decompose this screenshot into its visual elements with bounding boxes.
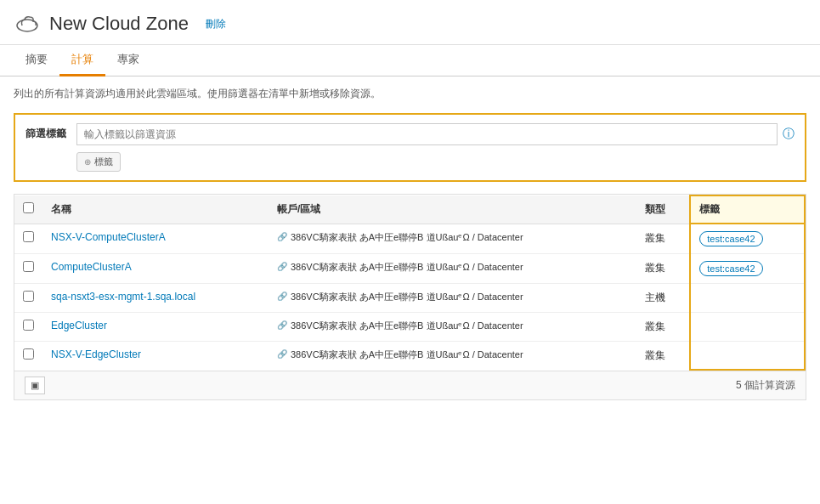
tags-col-header: 標籤 bbox=[690, 195, 805, 224]
footer-action-button[interactable]: ▣ bbox=[25, 377, 45, 394]
description-text: 列出的所有計算資源均適用於此雲端區域。使用篩選器在清單中新增或移除資源。 bbox=[14, 87, 806, 101]
row-tags bbox=[690, 342, 805, 371]
row-name: sqa-nsxt3-esx-mgmt-1.sqa.local bbox=[42, 284, 269, 313]
row-checkbox[interactable] bbox=[23, 261, 34, 272]
account-text: 386VC騎家表狀 あA中圧e聯停B 道UßauᵉΩ / Datacenter bbox=[291, 291, 523, 303]
filter-section: 篩選標籤 ⓘ ⊕ 標籤 bbox=[14, 113, 806, 182]
row-type: 叢集 bbox=[636, 254, 690, 284]
row-checkbox-cell bbox=[14, 313, 42, 342]
row-checkbox-cell bbox=[14, 224, 42, 254]
row-account: 🔗386VC騎家表狀 あA中圧e聯停B 道UßauᵉΩ / Datacenter bbox=[269, 313, 636, 342]
main-content: 列出的所有計算資源均適用於此雲端區域。使用篩選器在清單中新增或移除資源。 篩選標… bbox=[0, 76, 820, 411]
filter-label: 篩選標籤 bbox=[25, 127, 66, 141]
tag-chip[interactable]: test:case42 bbox=[699, 231, 762, 246]
row-type: 叢集 bbox=[636, 224, 690, 254]
row-name: NSX-V-EdgeCluster bbox=[42, 342, 269, 371]
account-link-icon: 🔗 bbox=[277, 292, 287, 301]
row-tags bbox=[690, 284, 805, 313]
row-account: 🔗386VC騎家表狀 あA中圧e聯停B 道UßauᵉΩ / Datacenter bbox=[269, 254, 636, 284]
account-text: 386VC騎家表狀 あA中圧e聯停B 道UßauᵉΩ / Datacenter bbox=[291, 320, 523, 332]
row-checkbox-cell bbox=[14, 342, 42, 371]
row-tags: test:case42 bbox=[690, 254, 805, 284]
table-row: sqa-nsxt3-esx-mgmt-1.sqa.local🔗386VC騎家表狀… bbox=[14, 284, 805, 313]
tag-button[interactable]: ⊕ 標籤 bbox=[76, 152, 121, 172]
tag-chip[interactable]: test:case42 bbox=[699, 261, 762, 276]
row-checkbox[interactable] bbox=[23, 231, 34, 242]
resources-table-container: 名稱 帳戶/區域 類型 標籤 NSX-V-ComputeClusterA🔗386… bbox=[14, 194, 806, 400]
account-link-icon: 🔗 bbox=[277, 349, 287, 359]
select-all-checkbox[interactable] bbox=[23, 202, 34, 213]
table-scroll-area[interactable]: 名稱 帳戶/區域 類型 標籤 NSX-V-ComputeClusterA🔗386… bbox=[14, 195, 806, 371]
row-account: 🔗386VC騎家表狀 あA中圧e聯停B 道UßauᵉΩ / Datacenter bbox=[269, 342, 636, 371]
account-link-icon: 🔗 bbox=[277, 262, 287, 271]
table-footer: ▣ 5 個計算資源 bbox=[14, 371, 806, 399]
account-col-header: 帳戶/區域 bbox=[269, 195, 636, 224]
table-header-row: 名稱 帳戶/區域 類型 標籤 bbox=[14, 195, 805, 224]
delete-button[interactable]: 刪除 bbox=[202, 15, 229, 33]
row-checkbox[interactable] bbox=[23, 348, 34, 360]
filter-input-row: ⓘ bbox=[76, 123, 795, 145]
row-account: 🔗386VC騎家表狀 あA中圧e聯停B 道UßauᵉΩ / Datacenter bbox=[269, 224, 636, 254]
info-icon[interactable]: ⓘ bbox=[783, 127, 795, 142]
table-row: ComputeClusterA🔗386VC騎家表狀 あA中圧e聯停B 道Ußau… bbox=[14, 254, 805, 284]
account-text: 386VC騎家表狀 あA中圧e聯停B 道UßauᵉΩ / Datacenter bbox=[291, 261, 523, 274]
tab-specialist[interactable]: 專家 bbox=[105, 45, 151, 76]
select-all-col bbox=[14, 195, 42, 224]
tab-summary[interactable]: 摘要 bbox=[14, 45, 59, 76]
resources-table: 名稱 帳戶/區域 類型 標籤 NSX-V-ComputeClusterA🔗386… bbox=[14, 195, 806, 371]
row-name: NSX-V-ComputeClusterA bbox=[42, 224, 269, 254]
tag-button-label: 標籤 bbox=[94, 156, 113, 168]
account-link-icon: 🔗 bbox=[277, 320, 287, 330]
row-type: 叢集 bbox=[636, 313, 690, 342]
row-account: 🔗386VC騎家表狀 あA中圧e聯停B 道UßauᵉΩ / Datacenter bbox=[269, 284, 636, 313]
row-tags bbox=[690, 313, 805, 342]
page-header: New Cloud Zone 刪除 bbox=[0, 0, 820, 45]
row-checkbox[interactable] bbox=[23, 291, 34, 302]
tab-bar: 摘要 計算 專家 bbox=[0, 45, 820, 76]
filter-controls: ⓘ ⊕ 標籤 bbox=[76, 123, 795, 172]
row-tags: test:case42 bbox=[690, 224, 805, 254]
type-col-header: 類型 bbox=[636, 195, 690, 224]
footer-actions: ▣ bbox=[25, 377, 45, 394]
account-text: 386VC騎家表狀 あA中圧e聯停B 道UßauᵉΩ / Datacenter bbox=[291, 348, 523, 361]
account-text: 386VC騎家表狀 あA中圧e聯停B 道UßauᵉΩ / Datacenter bbox=[291, 231, 523, 244]
page-title: New Cloud Zone bbox=[49, 13, 189, 35]
table-row: NSX-V-ComputeClusterA🔗386VC騎家表狀 あA中圧e聯停B… bbox=[14, 224, 805, 254]
account-link-icon: 🔗 bbox=[277, 232, 287, 241]
filter-tag-button-row: ⊕ 標籤 bbox=[76, 152, 795, 172]
resource-count: 5 個計算資源 bbox=[736, 378, 795, 393]
table-row: NSX-V-EdgeCluster🔗386VC騎家表狀 あA中圧e聯停B 道Uß… bbox=[14, 342, 805, 371]
tab-compute[interactable]: 計算 bbox=[59, 45, 105, 76]
filter-input[interactable] bbox=[76, 123, 778, 145]
row-checkbox[interactable] bbox=[23, 320, 34, 331]
row-name: ComputeClusterA bbox=[42, 254, 269, 284]
row-type: 叢集 bbox=[636, 342, 690, 371]
row-checkbox-cell bbox=[14, 254, 42, 284]
cloud-icon bbox=[14, 10, 41, 37]
row-checkbox-cell bbox=[14, 284, 42, 313]
tag-icon: ⊕ bbox=[84, 157, 91, 167]
row-name: EdgeCluster bbox=[42, 313, 269, 342]
row-type: 主機 bbox=[636, 284, 690, 313]
table-row: EdgeCluster🔗386VC騎家表狀 あA中圧e聯停B 道UßauᵉΩ /… bbox=[14, 313, 805, 342]
name-col-header: 名稱 bbox=[42, 195, 269, 224]
